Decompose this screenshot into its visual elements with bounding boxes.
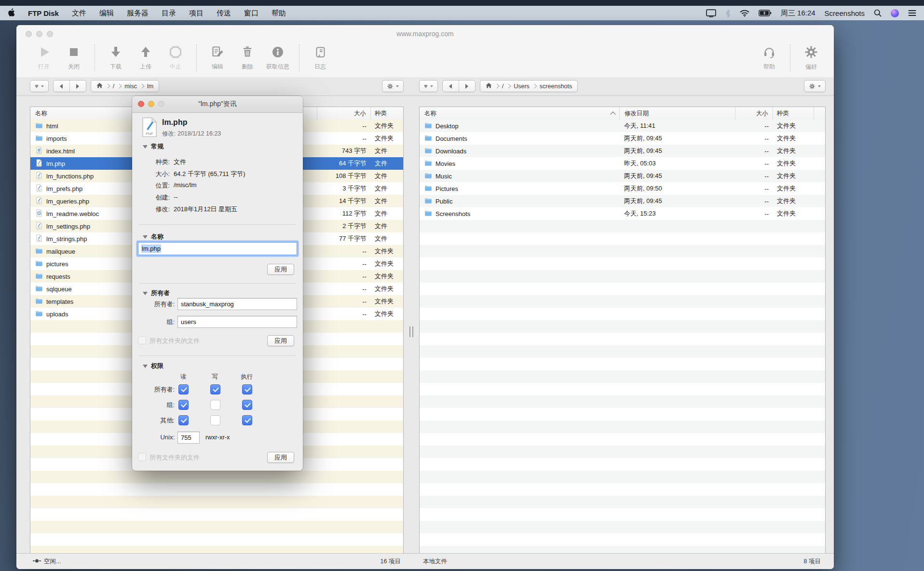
toolbar-divider [790, 44, 790, 71]
column-header-size[interactable]: 大小 [317, 107, 370, 120]
toolbar-button-trash[interactable]: 删除 [236, 43, 258, 71]
apply-permissions-button[interactable]: 应用 [267, 452, 294, 463]
owner-section-header[interactable]: 所有者 [143, 289, 170, 298]
name-section-header[interactable]: 名称 [143, 232, 163, 241]
perm-checkbox-所有者-write[interactable] [210, 384, 220, 394]
menu-item-项目[interactable]: 项目 [189, 9, 204, 18]
menu-item-app-name[interactable]: FTP Disk [28, 9, 59, 17]
column-header-kind[interactable]: 种类 [773, 107, 814, 120]
toolbar-button-edit[interactable]: 编辑 [206, 43, 229, 71]
wifi-icon[interactable] [740, 10, 749, 17]
table-row[interactable]: Documents两天前, 09:45--文件夹 [420, 132, 825, 145]
perm-checkbox-所有者-read[interactable] [178, 384, 189, 394]
disclosure-triangle-icon[interactable] [143, 145, 148, 149]
menu-clock[interactable]: 周三 16:24 [781, 9, 815, 18]
forward-button[interactable] [459, 81, 475, 92]
battery-icon[interactable] [759, 10, 772, 16]
bluetooth-icon[interactable] [725, 9, 731, 17]
toolbar-button-headphones[interactable]: 帮助 [758, 43, 780, 71]
column-header-size[interactable]: 大小 [735, 107, 773, 120]
owner-input[interactable]: stanbusk_maxprog [177, 298, 297, 310]
column-header-date[interactable]: 修改日期 [619, 107, 735, 120]
back-button[interactable] [54, 81, 69, 92]
disclosure-triangle-icon[interactable] [143, 292, 148, 295]
dialog-title-bar[interactable]: "lm.php"资讯 [132, 96, 303, 113]
file-name-input[interactable]: lm.php [138, 242, 297, 255]
apply-name-button[interactable]: 应用 [267, 264, 294, 275]
cell-kind: 文件 [371, 159, 403, 168]
breadcrumb-item[interactable]: misc [124, 83, 137, 90]
scroll-icon [313, 43, 327, 61]
toolbar-button-download[interactable]: 下载 [105, 43, 127, 71]
toolbar-button-upload[interactable]: 上传 [135, 43, 157, 71]
permissions-section-header[interactable]: 权限 [143, 362, 163, 370]
perm-checkbox-组-exec[interactable] [242, 400, 252, 410]
unix-mode-input[interactable]: 755 [177, 432, 200, 444]
group-input[interactable]: users [177, 316, 297, 328]
cell-kind: 文件 [371, 172, 403, 180]
breadcrumb-item[interactable]: / [113, 83, 114, 90]
perm-checkbox-组-write[interactable] [210, 400, 220, 410]
menu-item-窗口[interactable]: 窗口 [244, 9, 258, 18]
cell-date: 两天前, 09:45 [619, 147, 735, 155]
menu-item-服务器[interactable]: 服务器 [127, 9, 149, 18]
column-header-name[interactable]: 名称 [420, 107, 619, 120]
perm-checkbox-组-read[interactable] [178, 400, 189, 410]
forward-button[interactable] [69, 81, 86, 92]
table-row[interactable]: Pictures两天前, 09:50--文件夹 [420, 182, 825, 195]
perm-checkbox-其他-write[interactable] [210, 415, 220, 425]
siri-icon[interactable] [891, 9, 899, 17]
disclosure-triangle-icon[interactable] [143, 365, 148, 368]
perm-checkbox-所有者-exec[interactable] [242, 384, 252, 394]
pane-actions-button[interactable] [382, 80, 404, 92]
perm-checkbox-其他-exec[interactable] [242, 415, 252, 425]
owner-all-files-checkbox[interactable] [138, 336, 146, 344]
caret-down-icon [430, 85, 433, 87]
menu-capture-app[interactable]: Screenshots [825, 9, 865, 17]
breadcrumb-item[interactable]: lm [147, 83, 153, 90]
favorites-button[interactable]: ♥ [419, 80, 438, 92]
table-row[interactable]: Music两天前, 09:45--文件夹 [420, 170, 825, 182]
table-row[interactable]: Public两天前, 09:45--文件夹 [420, 195, 825, 207]
column-header-kind[interactable]: 种类 [370, 107, 403, 120]
apple-menu-icon[interactable] [8, 8, 15, 18]
panel-splitter-handle[interactable] [409, 326, 413, 337]
table-row[interactable]: Downloads两天前, 09:45--文件夹 [420, 145, 825, 157]
toolbar-group: 日志 [309, 43, 331, 71]
menu-item-传送[interactable]: 传送 [217, 9, 231, 18]
breadcrumb-item[interactable]: / [502, 83, 503, 90]
table-row[interactable]: Screenshots今天, 15:23--文件夹 [420, 207, 825, 220]
disclosure-triangle-icon[interactable] [143, 235, 148, 239]
back-button[interactable] [443, 81, 459, 92]
menu-item-目录[interactable]: 目录 [162, 9, 176, 18]
perm-all-files-checkbox[interactable] [138, 453, 146, 461]
apply-owner-button[interactable]: 应用 [267, 335, 294, 346]
pane-actions-button[interactable] [804, 80, 826, 92]
dialog-title: "lm.php"资讯 [132, 100, 303, 109]
general-section-header[interactable]: 常规 [143, 142, 163, 151]
table-row[interactable]: Desktop今天, 11:41--文件夹 [420, 120, 825, 132]
caret-down-icon [41, 85, 44, 87]
toolbar-button-gear[interactable]: 偏好 [800, 43, 822, 71]
home-icon[interactable] [96, 82, 103, 90]
table-row[interactable]: Movies昨天, 05:03--文件夹 [420, 157, 825, 170]
menu-item-文件[interactable]: 文件 [72, 9, 86, 18]
gear-icon [804, 43, 818, 61]
menu-item-帮助[interactable]: 帮助 [272, 9, 286, 18]
toolbar-button-play[interactable]: 打开 [33, 43, 55, 71]
home-icon[interactable] [486, 82, 492, 90]
cell-size: -- [317, 122, 371, 130]
menu-item-编辑[interactable]: 编辑 [99, 9, 114, 18]
toolbar-button-scroll[interactable]: 日志 [309, 43, 331, 71]
notification-center-icon[interactable] [908, 10, 916, 16]
display-icon[interactable] [706, 9, 716, 17]
toolbar-button-stop[interactable]: 关闭 [63, 43, 85, 71]
breadcrumb-item[interactable]: Users [514, 83, 530, 90]
breadcrumb-chevron-icon [117, 84, 122, 89]
favorites-button[interactable]: ♥ [30, 80, 49, 92]
spotlight-search-icon[interactable] [874, 9, 882, 17]
toolbar-button-octagon[interactable]: 中止 [164, 43, 187, 71]
toolbar-button-info[interactable]: 获取信息 [266, 43, 289, 71]
perm-checkbox-其他-read[interactable] [178, 415, 189, 425]
breadcrumb-item[interactable]: screenshots [540, 83, 572, 90]
